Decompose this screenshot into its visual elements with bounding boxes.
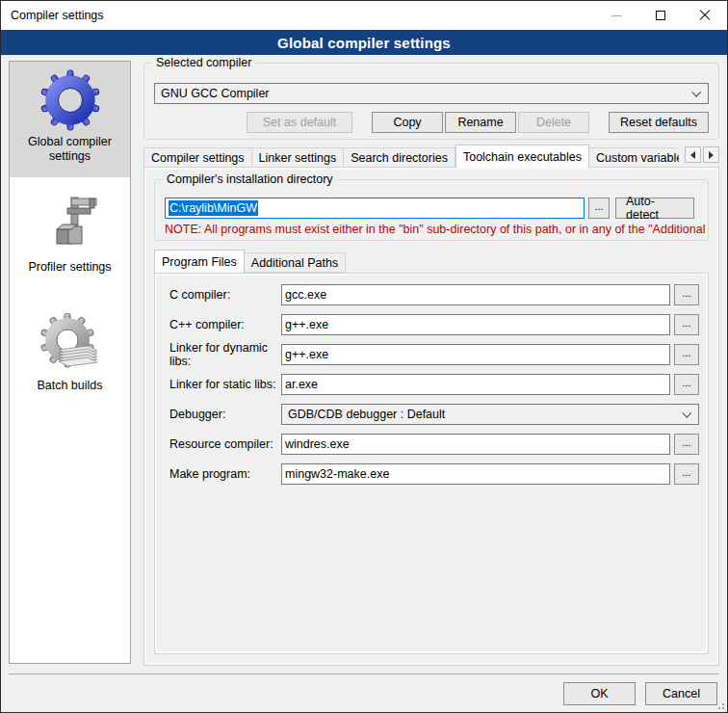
note-text: NOTE: All programs must exist either in … [165,223,706,236]
field-label: Resource compiler: [164,437,281,451]
c-compiler-input[interactable]: gcc.exe [281,284,670,305]
field-label: C compiler: [164,288,281,302]
minimize-button [594,1,638,30]
field-value: windres.exe [285,437,350,451]
reset-defaults-button[interactable]: Reset defaults [609,112,709,133]
dynamic-linker-input[interactable]: g++.exe [281,344,670,365]
browse-button[interactable]: ... [674,463,699,485]
chevron-down-icon [691,88,701,97]
delete-button: Delete [518,112,589,133]
compiler-select[interactable]: GNU GCC Compiler [154,83,709,104]
arrow-left-icon [690,151,695,159]
static-linker-input[interactable]: ar.exe [281,374,670,395]
sidebar-item-global-compiler-settings[interactable]: Global compiler settings [10,62,130,177]
field-value: ar.exe [285,378,318,391]
browse-button[interactable]: ... [674,284,699,305]
browse-button[interactable]: ... [674,434,699,455]
tab-scroll-left-button[interactable] [685,146,701,163]
field-label: Linker for static libs: [164,378,281,391]
maximize-icon [656,11,665,20]
browse-button[interactable]: ... [674,374,699,395]
sidebar-item-label: Profiler settings [17,260,123,275]
form-row: Debugger: GDB/CDB debugger : Default [164,404,699,425]
selected-compiler-group: Selected compiler GNU GCC Compiler Set a… [143,63,719,140]
title-bar: Compiler settings [1,1,727,30]
arrow-right-icon [709,151,714,159]
program-files-page: C compiler: gcc.exe ... C++ compiler: g+… [154,273,709,654]
resource-compiler-input[interactable]: windres.exe [281,434,670,455]
selected-text: C:\raylib\MinGW [169,200,258,216]
tab-custom-variables[interactable]: Custom variables [589,147,679,168]
footer-divider [9,673,719,674]
close-button[interactable] [683,1,727,30]
form-row: C++ compiler: g++.exe ... [164,314,699,335]
auto-detect-button[interactable]: Auto-detect [615,198,694,219]
field-label: Make program: [164,467,281,481]
tab-program-files[interactable]: Program Files [154,250,245,273]
field-label: Linker for dynamic libs: [164,341,281,368]
field-value: mingw32-make.exe [285,467,389,481]
caliper-icon [39,195,101,256]
form-row: Linker for static libs: ar.exe ... [164,374,699,395]
tab-toolchain-executables[interactable]: Toolchain executables [455,145,589,168]
rename-button[interactable]: Rename [445,112,516,133]
field-value: GDB/CDB debugger : Default [288,408,445,421]
field-value: g++.exe [285,348,328,361]
tab-scroll-right-button[interactable] [703,146,719,163]
ok-button[interactable]: OK [563,682,636,705]
close-icon [699,10,711,21]
compiler-select-value: GNU GCC Compiler [161,87,270,100]
settings-category-list: Global compiler settings Profiler settin… [9,61,131,664]
cancel-button[interactable]: Cancel [645,682,717,705]
make-program-input[interactable]: mingw32-make.exe [281,463,670,485]
chevron-down-icon [682,409,691,418]
installation-directory-input[interactable]: C:\raylib\MinGW [165,198,585,219]
browse-button[interactable]: ... [674,344,699,365]
tab-compiler-settings[interactable]: Compiler settings [143,147,252,168]
field-value: gcc.exe [285,288,326,302]
compiler-settings-dialog: Compiler settings Global compiler settin… [0,0,728,713]
field-label: C++ compiler: [164,318,281,331]
field-label: Debugger: [164,408,281,421]
tab-linker-settings[interactable]: Linker settings [252,147,345,168]
group-legend: Compiler's installation directory [163,172,337,187]
gear-stack-icon [39,313,101,375]
files-tab-strip: Program Files Additional Paths [154,251,346,273]
minimize-icon [611,15,622,16]
tab-search-directories[interactable]: Search directories [344,147,455,168]
sidebar-item-batch-builds[interactable]: Batch builds [10,305,130,393]
tab-additional-paths[interactable]: Additional Paths [245,252,346,273]
group-legend: Selected compiler [152,56,255,70]
maximize-button[interactable] [638,1,683,30]
form-row: Resource compiler: windres.exe ... [164,434,699,455]
settings-tab-strip: Compiler settings Linker settings Search… [143,145,719,168]
resize-grip[interactable] [715,700,724,709]
toolchain-executables-page: Compiler's installation directory C:\ray… [143,167,719,666]
set-as-default-button: Set as default [247,112,352,133]
form-row: Linker for dynamic libs: g++.exe ... [164,344,699,365]
sidebar-item-label: Batch builds [17,379,123,393]
window-title: Compiler settings [1,9,104,22]
browse-directory-button[interactable]: ... [588,198,610,219]
cpp-compiler-input[interactable]: g++.exe [281,314,670,335]
sidebar-item-profiler-settings[interactable]: Profiler settings [10,187,130,275]
browse-button[interactable]: ... [674,314,699,335]
sidebar-item-label: Global compiler settings [17,135,123,164]
debugger-select[interactable]: GDB/CDB debugger : Default [281,404,699,425]
page-title: Global compiler settings [1,30,727,55]
gear-blue-icon [39,69,101,131]
copy-button[interactable]: Copy [372,112,443,133]
form-row: C compiler: gcc.exe ... [164,284,699,305]
field-value: g++.exe [285,318,328,331]
installation-directory-group: Compiler's installation directory C:\ray… [154,179,709,241]
form-row: Make program: mingw32-make.exe ... [164,463,699,485]
